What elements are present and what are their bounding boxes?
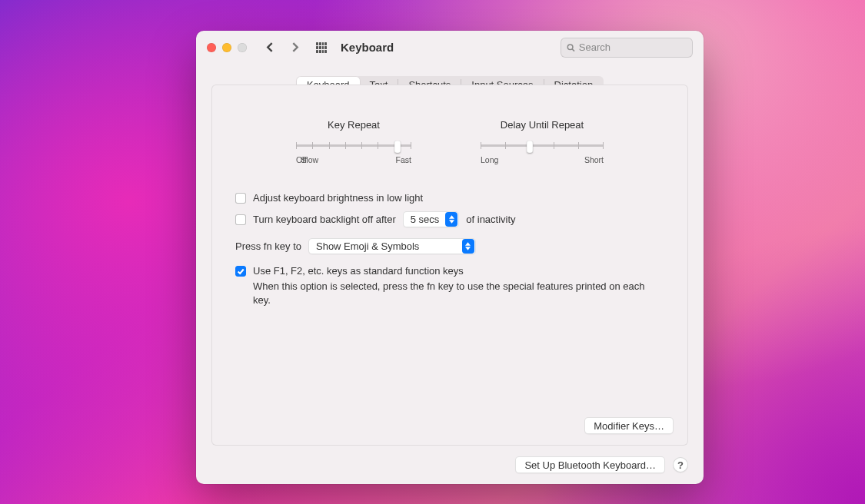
svg-marker-2 <box>449 215 454 218</box>
fn-key-select[interactable]: Show Emoji & Symbols <box>308 238 476 254</box>
help-button[interactable]: ? <box>673 457 688 472</box>
key-repeat-thumb[interactable] <box>394 141 401 153</box>
svg-line-1 <box>572 48 574 51</box>
search-input[interactable] <box>579 41 687 53</box>
question-mark-icon: ? <box>677 459 684 471</box>
backlight-off-suffix: of inactivity <box>466 214 515 225</box>
svg-marker-5 <box>465 247 471 250</box>
delay-repeat-thumb[interactable] <box>527 141 533 153</box>
key-repeat-slider[interactable] <box>296 138 411 152</box>
backlight-off-select[interactable]: 5 secs <box>403 211 460 227</box>
minimize-window-button[interactable] <box>222 43 231 52</box>
delay-repeat-slider[interactable] <box>481 138 604 152</box>
keyboard-panel: Key Repeat Off Slow Fast Delay Until Rep… <box>211 85 688 446</box>
key-repeat-fast-label: Fast <box>396 155 411 164</box>
window-footer: Set Up Bluetooth Keyboard… ? <box>196 456 704 484</box>
function-keys-checkbox[interactable] <box>235 266 246 277</box>
adjust-brightness-label: Adjust keyboard brightness in low light <box>253 192 423 204</box>
preferences-window: Keyboard Keyboard Text Shortcuts Input S… <box>196 31 704 484</box>
adjust-brightness-checkbox[interactable] <box>235 193 246 204</box>
delay-repeat-title: Delay Until Repeat <box>481 119 604 131</box>
svg-point-0 <box>567 44 573 49</box>
svg-marker-4 <box>465 242 471 245</box>
bluetooth-keyboard-button[interactable]: Set Up Bluetooth Keyboard… <box>515 456 665 473</box>
modifier-keys-button[interactable]: Modifier Keys… <box>584 417 674 434</box>
window-title: Keyboard <box>341 41 394 54</box>
backlight-off-prefix: Turn keyboard backlight off after <box>253 214 396 225</box>
adjust-brightness-row: Adjust keyboard brightness in low light <box>235 192 664 204</box>
window-toolbar: Keyboard <box>196 31 704 64</box>
key-repeat-title: Key Repeat <box>296 119 411 131</box>
fn-key-prefix: Press fn key to <box>235 240 301 252</box>
function-keys-label: Use F1, F2, etc. keys as standard functi… <box>253 265 464 277</box>
function-keys-help: When this option is selected, press the … <box>253 280 645 307</box>
key-repeat-slider-block: Key Repeat Off Slow Fast <box>296 119 411 164</box>
apps-grid-icon <box>316 42 327 53</box>
delay-repeat-slider-block: Delay Until Repeat Long Short <box>481 119 604 164</box>
chevron-left-icon <box>265 42 275 52</box>
svg-marker-3 <box>449 220 454 223</box>
back-button[interactable] <box>261 38 279 57</box>
select-arrows-icon <box>445 212 457 227</box>
zoom-window-button[interactable] <box>238 43 247 52</box>
show-all-prefs-button[interactable] <box>313 39 330 56</box>
chevron-right-icon <box>290 42 300 52</box>
search-field[interactable] <box>561 38 693 58</box>
checkmark-icon <box>237 267 245 275</box>
function-keys-row: Use F1, F2, etc. keys as standard functi… <box>235 265 664 277</box>
delay-repeat-short-label: Short <box>584 155 604 164</box>
search-icon <box>567 43 575 52</box>
backlight-off-select-value: 5 secs <box>404 214 445 225</box>
backlight-off-checkbox[interactable] <box>235 214 246 225</box>
select-arrows-icon <box>462 239 474 254</box>
backlight-off-row: Turn keyboard backlight off after 5 secs… <box>235 211 664 227</box>
key-repeat-slow-label: Slow <box>301 155 318 164</box>
close-window-button[interactable] <box>207 43 216 52</box>
traffic-lights <box>207 43 247 52</box>
delay-repeat-long-label: Long <box>481 155 498 164</box>
fn-key-row: Press fn key to Show Emoji & Symbols <box>235 238 664 254</box>
forward-button[interactable] <box>285 38 304 57</box>
content-area: Keyboard Text Shortcuts Input Sources Di… <box>211 64 688 446</box>
fn-key-select-value: Show Emoji & Symbols <box>309 240 461 252</box>
